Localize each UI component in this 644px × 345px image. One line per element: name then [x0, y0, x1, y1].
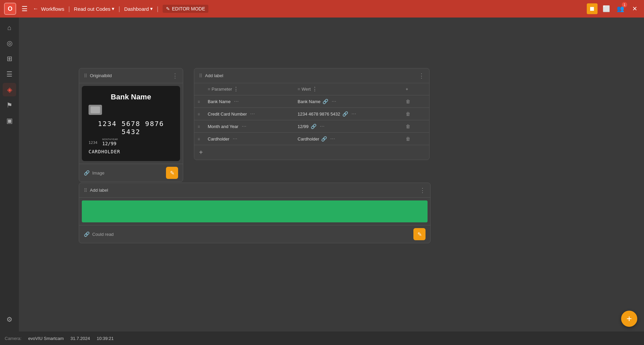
image-widget-drag-handle[interactable]: ⠿: [84, 73, 87, 79]
canvas: ⠿ Originalbild ⋮ Bank Name 1234 5678 987…: [29, 24, 634, 260]
row-delete-1[interactable]: 🗑: [406, 111, 410, 117]
notification-badge: 1: [622, 2, 627, 7]
col-header-parameter: ≡ Parameter ⋮: [204, 83, 294, 95]
green-banner: [82, 200, 428, 222]
image-widget-header: ⠿ Originalbild ⋮: [79, 68, 183, 83]
row-param-actions-0[interactable]: ⋯: [233, 98, 240, 105]
card-number: 1234 5678 9876 5432: [89, 120, 173, 136]
camera-icon: ◎: [7, 39, 12, 47]
editor-mode-btn[interactable]: ✎ EDITOR MODE: [163, 5, 209, 13]
col-more-wert[interactable]: ⋮: [312, 86, 318, 92]
image-widget: ⠿ Originalbild ⋮ Bank Name 1234 5678 987…: [79, 68, 183, 182]
col-name-parameter: Parameter: [212, 87, 232, 92]
sidebar-item-folder[interactable]: ▣: [3, 114, 16, 127]
row-param-3: Cardholder: [208, 136, 229, 142]
row-param-actions-1[interactable]: ⋯: [249, 111, 256, 117]
card-chip-area: [89, 105, 173, 115]
row-val-actions-1[interactable]: ⋯: [350, 111, 358, 117]
green-footer-label: Could read: [92, 232, 411, 237]
row-delete-2[interactable]: 🗑: [406, 124, 410, 129]
list-icon: ☰: [6, 70, 12, 78]
sidebar-item-list[interactable]: ☰: [3, 67, 16, 81]
green-widget-add-label[interactable]: Add label: [90, 188, 417, 193]
dashboard-label: Dashboard: [124, 6, 149, 12]
row-link-2[interactable]: 🔗: [311, 124, 316, 129]
record-button[interactable]: ⏹: [587, 3, 598, 14]
top-nav-icons: ⏹ ⬜ 👥 1 ✕: [587, 3, 640, 14]
back-arrow-icon[interactable]: ←: [33, 6, 38, 12]
editor-mode-label: EDITOR MODE: [172, 6, 205, 11]
sidebar-item-grid[interactable]: ⊞: [3, 52, 16, 65]
green-link-icon: 🔗: [84, 231, 90, 237]
users-button[interactable]: 👥 1: [615, 3, 626, 14]
card-small-number: 1234: [89, 139, 98, 145]
row-drag-3[interactable]: ≡: [198, 137, 200, 142]
green-widget-drag-handle[interactable]: ⠿: [84, 188, 87, 193]
col-drag-parameter: ≡: [208, 87, 210, 92]
flags-icon: ⚑: [6, 101, 12, 109]
sidebar: ⌂ ◎ ⊞ ☰ ◈ ⚑ ▣ ⚙ ?: [0, 18, 19, 345]
sidebar-item-camera[interactable]: ◎: [3, 36, 16, 50]
row-val-actions-3[interactable]: ⋯: [329, 135, 336, 142]
nav-separator-2: |: [118, 5, 120, 12]
grid-icon: ⊞: [7, 55, 12, 63]
row-val-actions-2[interactable]: ⋯: [318, 123, 326, 130]
row-drag-1[interactable]: ≡: [198, 112, 200, 117]
pencil-icon: ✎: [166, 6, 170, 11]
table-row: ≡ Bank Name ⋯ Bank Name 🔗 ⋯ 🗑: [194, 95, 429, 108]
row-delete-3[interactable]: 🗑: [406, 136, 410, 142]
row-link-3[interactable]: 🔗: [321, 136, 327, 142]
col-name-wert: Wert: [302, 87, 311, 92]
green-edit-btn[interactable]: ✎: [413, 228, 426, 240]
close-icon: ✕: [632, 5, 637, 12]
green-widget-header: ⠿ Add label ⋮: [79, 183, 430, 198]
row-drag-0[interactable]: ≡: [198, 99, 200, 104]
hamburger-icon[interactable]: ☰: [19, 3, 30, 14]
image-widget-more-btn[interactable]: ⋮: [172, 72, 178, 80]
row-link-1[interactable]: 🔗: [342, 111, 348, 117]
green-pencil-icon: ✎: [417, 231, 422, 238]
fab-button[interactable]: +: [621, 311, 637, 327]
green-widget: ⠿ Add label ⋮ 🔗 Could read ✎: [79, 183, 431, 243]
col-more-parameter[interactable]: ⋮: [233, 86, 239, 92]
row-param-2: Month and Year: [208, 124, 238, 129]
sidebar-item-workflows[interactable]: ◈: [3, 83, 16, 96]
row-param-1: Credit Card Number: [208, 112, 247, 117]
add-row-btn[interactable]: +: [194, 145, 429, 160]
table-widget-more-btn[interactable]: ⋮: [418, 72, 425, 80]
workflow-name-nav[interactable]: Read out Codes ▾: [74, 6, 114, 12]
camera-value: evoVIU Smartcam: [28, 336, 64, 341]
row-link-0[interactable]: 🔗: [323, 99, 328, 104]
nav-separator-1: |: [68, 5, 70, 12]
workflows-icon: ◈: [7, 86, 12, 94]
image-footer-label: Image: [92, 170, 163, 176]
pencil-edit-icon: ✎: [170, 170, 174, 176]
record-icon: ⏹: [589, 5, 595, 12]
table-widget-header: ⠿ Add label ⋮: [194, 68, 429, 83]
green-widget-more-btn[interactable]: ⋮: [419, 187, 426, 194]
app-logo: O: [4, 3, 16, 15]
table-widget-drag-handle[interactable]: ⠿: [199, 73, 202, 79]
sidebar-item-settings[interactable]: ⚙: [3, 313, 16, 326]
close-button[interactable]: ✕: [629, 3, 640, 14]
chevron-down-icon: ▾: [112, 6, 114, 12]
image-edit-btn[interactable]: ✎: [166, 167, 178, 179]
settings-icon: ⚙: [6, 315, 12, 323]
table-widget-add-label[interactable]: Add label: [205, 73, 416, 78]
table-row: ≡ Cardholder ⋯ Cardholder 🔗 ⋯ 🗑: [194, 133, 429, 145]
data-table: ≡ Parameter ⋮ ≡ Wert ⋮: [194, 83, 429, 145]
monitor-button[interactable]: ⬜: [601, 3, 612, 14]
row-drag-2[interactable]: ≡: [198, 124, 200, 129]
card-expiry-value: 12/99: [102, 141, 118, 146]
workflows-nav[interactable]: Workflows: [41, 6, 64, 12]
row-param-actions-2[interactable]: ⋯: [240, 123, 248, 130]
sidebar-item-home[interactable]: ⌂: [3, 21, 16, 34]
camera-label: Camera:: [5, 336, 22, 341]
dashboard-nav[interactable]: Dashboard ▾: [124, 6, 153, 12]
add-col-btn[interactable]: +: [406, 87, 408, 92]
sidebar-item-flags[interactable]: ⚑: [3, 98, 16, 112]
row-val-actions-0[interactable]: ⋯: [330, 98, 338, 105]
add-row-icon: +: [199, 149, 203, 156]
row-param-actions-3[interactable]: ⋯: [231, 135, 239, 142]
row-delete-0[interactable]: 🗑: [406, 99, 410, 104]
